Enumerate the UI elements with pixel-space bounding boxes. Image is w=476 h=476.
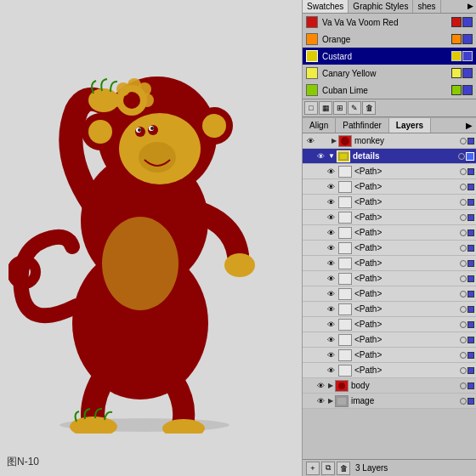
swatch-icon-box-4a xyxy=(451,85,462,95)
swatch-icon-box-2a xyxy=(451,51,462,61)
layer-thumb-path-7 xyxy=(338,258,352,269)
layer-path-14[interactable]: 👁 <Path> xyxy=(303,363,476,378)
layer-path-12[interactable]: 👁 <Path> xyxy=(303,332,476,348)
eye-icon-path-10[interactable]: 👁 xyxy=(325,303,337,315)
swatch-icon-box-4b xyxy=(462,85,473,95)
swatch-item-0[interactable]: Va Va Va Voom Red xyxy=(303,14,476,31)
layer-path-10[interactable]: 👁 <Path> xyxy=(303,302,476,317)
layer-thumb-monkey xyxy=(338,135,352,147)
layer-name-path-7: <Path> xyxy=(354,258,460,268)
layer-image[interactable]: 👁 ▶ image xyxy=(303,394,476,409)
swatch-delete-btn[interactable]: 🗑 xyxy=(362,101,376,115)
layer-indicator-path-14 xyxy=(460,367,474,374)
eye-icon-path-7[interactable]: 👁 xyxy=(325,258,337,269)
layer-thumb-path-5 xyxy=(338,227,352,239)
swatches-menu-arrow[interactable]: ▶ xyxy=(465,0,476,13)
eye-icon-path-5[interactable]: 👁 xyxy=(325,227,337,239)
svg-point-22 xyxy=(140,94,154,107)
swatch-item-2[interactable]: Custard xyxy=(303,48,476,65)
eye-icon-path-4[interactable]: 👁 xyxy=(325,212,337,224)
layer-path-3[interactable]: 👁 <Path> xyxy=(303,195,476,210)
layer-name-path-2: <Path> xyxy=(354,182,460,191)
eye-icon-path-8[interactable]: 👁 xyxy=(325,273,337,285)
swatch-icon-box-1a xyxy=(451,34,462,44)
layer-indicator-monkey xyxy=(460,138,474,144)
swatch-icon-box-0 xyxy=(451,17,462,27)
layer-path-8[interactable]: 👁 <Path> xyxy=(303,271,476,286)
eye-icon-path-13[interactable]: 👁 xyxy=(325,349,337,361)
layer-thumb-path-11 xyxy=(338,319,352,331)
eye-icon-path-11[interactable]: 👁 xyxy=(325,319,337,331)
eye-icon-body[interactable]: 👁 xyxy=(314,380,326,392)
svg-point-15 xyxy=(150,127,154,130)
layer-indicator-path-1 xyxy=(460,168,474,175)
tab-layers[interactable]: Layers xyxy=(389,118,431,133)
new-layer-btn[interactable]: + xyxy=(306,462,320,475)
swatch-icon-box-1b xyxy=(462,34,473,44)
swatch-name-4: Cuban Lime xyxy=(322,86,451,95)
layer-monkey[interactable]: 👁 ▶ monkey xyxy=(303,133,476,149)
layer-path-11[interactable]: 👁 <Path> xyxy=(303,317,476,332)
layer-path-4[interactable]: 👁 <Path> xyxy=(303,210,476,225)
swatch-gradient-btn[interactable]: ▦ xyxy=(319,101,332,115)
layer-name-monkey: monkey xyxy=(354,136,460,145)
swatch-icon-box-0b xyxy=(462,17,473,27)
swatch-name-1: Orange xyxy=(322,35,451,44)
expand-arrow-details[interactable]: ▼ xyxy=(328,152,335,160)
eye-icon-path-6[interactable]: 👁 xyxy=(325,242,337,254)
swatch-item-3[interactable]: Canary Yellow xyxy=(303,65,476,82)
layer-path-13[interactable]: 👁 <Path> xyxy=(303,348,476,363)
right-panel: Swatches Graphic Styles shes ▶ Va Va Va … xyxy=(302,0,476,476)
eye-icon-path-2[interactable]: 👁 xyxy=(325,181,337,193)
tab-align[interactable]: Align xyxy=(303,118,336,133)
layer-thumb-path-10 xyxy=(338,303,352,315)
layer-thumb-path-6 xyxy=(338,242,352,254)
lock-icon-monkey xyxy=(318,135,330,147)
swatches-panel: Swatches Graphic Styles shes ▶ Va Va Va … xyxy=(303,0,476,117)
duplicate-layer-btn[interactable]: ⧉ xyxy=(321,462,335,475)
canvas-label: 图N-10 xyxy=(7,455,39,469)
svg-point-25 xyxy=(224,253,255,277)
layer-path-9[interactable]: 👁 <Path> xyxy=(303,286,476,302)
swatch-pattern-btn[interactable]: ⊞ xyxy=(333,101,347,115)
eye-icon-monkey[interactable]: 👁 xyxy=(304,135,316,147)
eye-icon-path-9[interactable]: 👁 xyxy=(325,288,337,300)
layer-path-1[interactable]: 👁 <Path> xyxy=(303,164,476,179)
layer-body[interactable]: 👁 ▶ body xyxy=(303,378,476,394)
swatch-item-4[interactable]: Cuban Lime xyxy=(303,82,476,99)
tab-graphic-styles[interactable]: Graphic Styles xyxy=(348,0,413,13)
tab-swatches[interactable]: Swatches xyxy=(303,0,348,13)
eye-icon-details[interactable]: 👁 xyxy=(314,150,326,162)
layers-footer: + ⧉ 🗑 3 Layers xyxy=(303,459,476,476)
layer-thumb-details xyxy=(337,150,350,162)
expand-arrow-body[interactable]: ▶ xyxy=(328,382,333,389)
swatch-edit-btn[interactable]: ✎ xyxy=(348,101,361,115)
layers-panel[interactable]: 👁 ▶ monkey 👁 ▼ details xyxy=(303,133,476,459)
eye-icon-path-3[interactable]: 👁 xyxy=(325,196,337,208)
layer-path-6[interactable]: 👁 <Path> xyxy=(303,241,476,256)
delete-layer-btn[interactable]: 🗑 xyxy=(337,462,350,475)
expand-arrow-image[interactable]: ▶ xyxy=(328,397,333,405)
swatch-item-1[interactable]: Orange xyxy=(303,31,476,48)
swatch-color-2 xyxy=(306,50,318,62)
layer-details[interactable]: 👁 ▼ details xyxy=(303,149,476,164)
layer-path-5[interactable]: 👁 <Path> xyxy=(303,225,476,241)
eye-icon-path-1[interactable]: 👁 xyxy=(325,166,337,178)
layer-name-path-10: <Path> xyxy=(354,304,460,314)
panel-menu-arrow[interactable]: ▶ xyxy=(462,118,476,133)
layer-path-7[interactable]: 👁 <Path> xyxy=(303,256,476,271)
eye-icon-path-14[interactable]: 👁 xyxy=(325,365,337,377)
layer-thumb-path-9 xyxy=(338,288,352,300)
eye-icon-path-12[interactable]: 👁 xyxy=(325,334,337,346)
swatch-color-1 xyxy=(306,33,318,45)
expand-arrow-monkey[interactable]: ▶ xyxy=(332,137,337,144)
layer-indicator-path-5 xyxy=(460,230,474,236)
eye-icon-image[interactable]: 👁 xyxy=(314,395,326,407)
layer-path-2[interactable]: 👁 <Path> xyxy=(303,179,476,195)
layer-name-path-8: <Path> xyxy=(354,274,460,283)
middle-tabs: Align Pathfinder Layers ▶ xyxy=(303,117,476,133)
tab-pathfinder[interactable]: Pathfinder xyxy=(336,118,389,133)
tab-shes[interactable]: shes xyxy=(413,0,440,13)
swatch-new-btn[interactable]: □ xyxy=(304,101,318,115)
canvas-area: 图N-10 xyxy=(0,0,302,476)
